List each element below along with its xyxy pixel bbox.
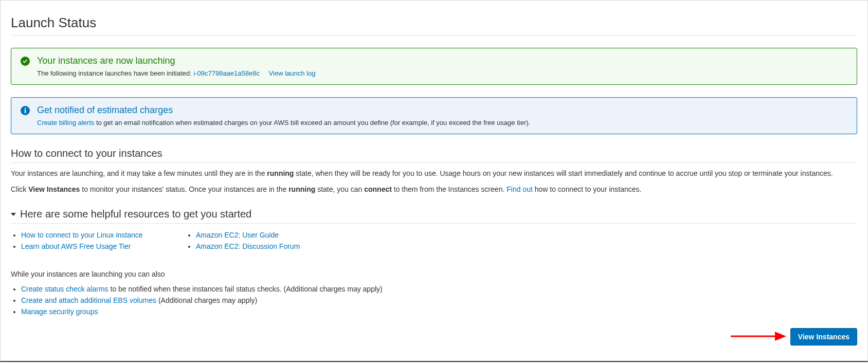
p1-running: running	[267, 169, 294, 177]
connect-section-title: How to connect to your instances	[11, 148, 857, 163]
resources-expander[interactable]: Here are some helpful resources to get y…	[11, 208, 857, 224]
view-instances-button[interactable]: View Instances	[790, 328, 857, 346]
resources-links: How to connect to your Linux instance Le…	[11, 228, 857, 253]
view-launch-log-link[interactable]: View launch log	[269, 69, 316, 77]
caret-down-icon	[11, 213, 16, 216]
footer-row: View Instances	[730, 328, 857, 346]
create-billing-alerts-link[interactable]: Create billing alerts	[37, 119, 94, 126]
list-item: How to connect to your Linux instance	[21, 231, 186, 239]
p2-b: to monitor your instances' status. Once …	[80, 185, 288, 193]
instance-id-link[interactable]: i-09c7798aae1a58e8c	[193, 69, 260, 77]
p2-d: to them from the Instances screen.	[392, 185, 507, 193]
p1-post: state, when they will be ready for you t…	[294, 169, 833, 177]
p2-running: running	[288, 185, 315, 193]
item-rest: (Additional charges may apply)	[156, 296, 257, 304]
billing-info-alert: Get notified of estimated charges Create…	[11, 97, 857, 134]
ec2-user-guide-link[interactable]: Amazon EC2: User Guide	[196, 231, 279, 239]
free-tier-link[interactable]: Learn about AWS Free Usage Tier	[21, 242, 131, 250]
success-prefix: The following instance launches have bee…	[37, 69, 192, 77]
annotation-arrow-icon	[730, 330, 786, 344]
find-out-link[interactable]: Find out	[507, 185, 533, 193]
svg-rect-3	[25, 108, 26, 109]
create-ebs-volumes-link[interactable]: Create and attach additional EBS volumes	[21, 296, 156, 304]
list-item: Learn about AWS Free Usage Tier	[21, 242, 186, 250]
success-heading: Your instances are now launching	[37, 56, 847, 66]
page-title: Launch Status	[11, 15, 857, 35]
p2-a: Click	[11, 185, 28, 193]
list-item: Amazon EC2: User Guide	[196, 231, 300, 239]
create-status-alarms-link[interactable]: Create status check alarms	[21, 285, 109, 293]
info-heading: Get notified of estimated charges	[37, 105, 847, 116]
launch-status-page: Launch Status Your instances are now lau…	[0, 0, 868, 362]
info-subtext: Create billing alerts to get an email no…	[37, 119, 847, 126]
list-item: Create status check alarms to be notifie…	[21, 285, 857, 293]
resources-title: Here are some helpful resources to get y…	[20, 208, 251, 220]
p1-pre: Your instances are launching, and it may…	[11, 169, 267, 177]
while-launching-list: Create status check alarms to be notifie…	[11, 285, 857, 316]
svg-marker-5	[775, 332, 786, 341]
p2-c: state, you can	[315, 185, 364, 193]
svg-rect-2	[25, 110, 26, 113]
list-item: Amazon EC2: Discussion Forum	[196, 242, 300, 250]
launch-success-alert: Your instances are now launching The fol…	[11, 48, 857, 85]
manage-security-groups-link[interactable]: Manage security groups	[21, 307, 98, 316]
p2-e: how to connect to your instances.	[535, 185, 642, 193]
connect-paragraph-1: Your instances are launching, and it may…	[11, 168, 857, 179]
item-rest: to be notified when these instances fail…	[109, 285, 383, 293]
p2-connect: connect	[364, 185, 392, 193]
list-item: Create and attach additional EBS volumes…	[21, 296, 857, 304]
while-launching-intro: While your instances are launching you c…	[11, 269, 857, 280]
info-following-text: to get an email notification when estima…	[96, 119, 530, 126]
connect-paragraph-2: Click View Instances to monitor your ins…	[11, 184, 857, 195]
list-item: Manage security groups	[21, 307, 857, 316]
ec2-discussion-forum-link[interactable]: Amazon EC2: Discussion Forum	[196, 242, 300, 250]
p2-view-instances: View Instances	[28, 185, 80, 193]
info-circle-icon	[21, 106, 30, 117]
connect-linux-link[interactable]: How to connect to your Linux instance	[21, 231, 143, 239]
success-subtext: The following instance launches have bee…	[37, 69, 847, 77]
check-circle-icon	[21, 57, 30, 67]
